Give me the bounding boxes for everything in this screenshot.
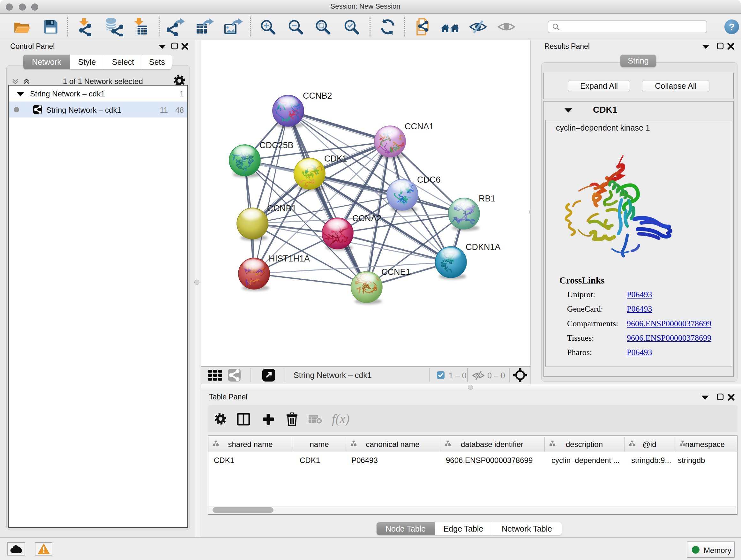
- svg-text:CDK1: CDK1: [324, 154, 347, 164]
- svg-text:CCNE1: CCNE1: [381, 267, 411, 277]
- svg-text:CDC25B: CDC25B: [259, 140, 293, 150]
- svg-text:?: ?: [729, 21, 735, 32]
- svg-text:CDC6: CDC6: [417, 175, 441, 185]
- svg-text:RB1: RB1: [479, 194, 495, 203]
- svg-text:CCNB1: CCNB1: [267, 204, 296, 213]
- svg-text:CCNA1: CCNA1: [405, 122, 434, 131]
- svg-text:CDKN1A: CDKN1A: [466, 242, 501, 252]
- svg-text:HIST1H1A: HIST1H1A: [269, 254, 310, 263]
- svg-text:CCNB2: CCNB2: [303, 91, 332, 101]
- svg-text:CCNA2: CCNA2: [352, 213, 382, 223]
